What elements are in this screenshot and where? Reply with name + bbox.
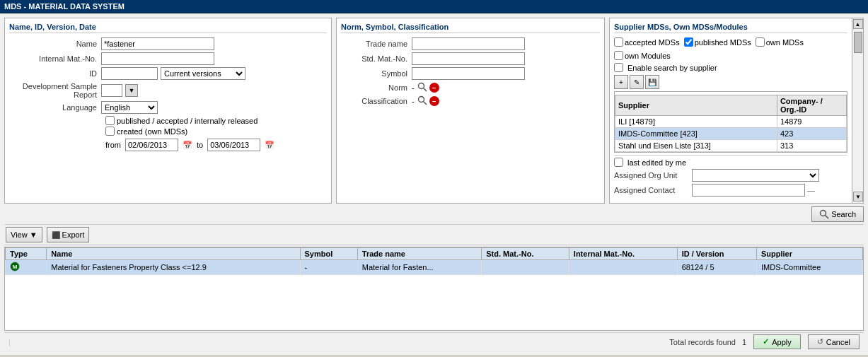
- norm-search-icon[interactable]: [417, 82, 427, 93]
- calendar-icon-from[interactable]: 📅: [183, 141, 192, 150]
- scroll-thumb[interactable]: [854, 32, 862, 53]
- assigned-org-row: Assigned Org Unit: [614, 169, 847, 182]
- supplier-checkboxes: accepted MDSs published MDSs own MDSs ow…: [614, 37, 847, 60]
- accepted-mds-checkbox[interactable]: [614, 37, 623, 47]
- company-id-col-header: Company- / Org.-ID: [777, 95, 846, 116]
- total-count: 1: [742, 338, 746, 346]
- cancel-icon: ↺: [817, 337, 823, 346]
- dev-sample-input[interactable]: [101, 84, 122, 97]
- id-input[interactable]: [101, 67, 158, 80]
- search-icon: [819, 209, 829, 219]
- language-row: Language English: [9, 101, 327, 114]
- trade-name-input[interactable]: [412, 37, 525, 50]
- title-text: MDS - MATERIAL DATA SYSTEM: [4, 2, 125, 11]
- edit-supplier-btn[interactable]: ✎: [630, 75, 644, 89]
- id-row: ID Current versions: [9, 67, 327, 80]
- panel-name-id: Name, ID, Version, Date Name Internal Ma…: [4, 18, 332, 204]
- row-name-cell: Material for Fasteners Property Class <=…: [47, 260, 300, 275]
- date-row: published / accepted / internally releas…: [9, 116, 327, 151]
- std-mat-label: Std. Mat.-No.: [341, 54, 412, 63]
- export-button[interactable]: ⬛ Export: [47, 227, 90, 242]
- assigned-org-select[interactable]: [692, 169, 819, 182]
- col-id-version: ID / Version: [677, 248, 756, 260]
- classification-value: -: [412, 97, 415, 105]
- symbol-input[interactable]: [412, 67, 525, 80]
- published-mds-label[interactable]: published MDSs: [684, 37, 751, 47]
- std-mat-input[interactable]: [412, 52, 525, 65]
- svg-line-3: [423, 102, 427, 105]
- supplier-row[interactable]: ILI [14879] 14879: [615, 116, 847, 128]
- language-select[interactable]: English: [101, 101, 158, 114]
- col-symbol: Symbol: [300, 248, 357, 260]
- internal-mat-input[interactable]: [101, 52, 214, 65]
- add-supplier-btn[interactable]: +: [614, 75, 628, 89]
- enable-search-label: Enable search by supplier: [627, 64, 717, 72]
- calendar-icon-to[interactable]: 📅: [265, 141, 274, 150]
- supplier-table-container: Supplier Company- / Org.-ID ILI [14879] …: [614, 91, 847, 153]
- save-supplier-btn[interactable]: 💾: [645, 75, 659, 89]
- accepted-mds-label[interactable]: accepted MDSs: [614, 37, 680, 47]
- svg-line-5: [826, 216, 829, 219]
- classification-search-icon[interactable]: [417, 95, 427, 107]
- to-date-input[interactable]: [207, 139, 260, 151]
- last-edited-checkbox[interactable]: [614, 158, 623, 167]
- table-row[interactable]: M Material for Fasteners Property Class …: [6, 260, 863, 275]
- published-checkbox[interactable]: [105, 116, 115, 125]
- search-button-row: Search: [4, 206, 864, 222]
- svg-text:M: M: [13, 264, 18, 270]
- col-name: Name: [47, 248, 300, 260]
- from-date-input[interactable]: [125, 139, 178, 151]
- own-mds-label[interactable]: own MDSs: [756, 37, 804, 47]
- supplier-id-cell: 423: [777, 128, 846, 140]
- col-internal-mat: Internal Mat.-No.: [569, 248, 677, 260]
- classification-remove-icon[interactable]: −: [429, 96, 439, 106]
- panel2-title: Norm, Symbol, Classification: [341, 23, 600, 33]
- name-input[interactable]: [101, 37, 214, 50]
- panel-norm: Norm, Symbol, Classification Trade name …: [336, 18, 605, 204]
- from-label: from: [105, 141, 121, 149]
- export-icon: ⬛: [52, 231, 60, 239]
- assigned-contact-input[interactable]: [692, 184, 805, 197]
- dev-sample-dropdown[interactable]: ▼: [125, 84, 138, 97]
- scroll-down-arrow[interactable]: ▼: [853, 192, 863, 201]
- own-mds-checkbox[interactable]: [756, 37, 765, 47]
- dev-sample-row: Development Sample Report ▼: [9, 82, 327, 99]
- apply-button[interactable]: ✓ Apply: [753, 334, 801, 349]
- own-modules-checkbox[interactable]: [614, 51, 623, 60]
- total-label: Total records found: [669, 338, 736, 346]
- type-icon: M: [10, 262, 20, 271]
- published-mds-checkbox[interactable]: [684, 37, 693, 47]
- classification-row: Classification - −: [341, 95, 600, 107]
- svg-point-4: [821, 211, 826, 216]
- row-trade-name-cell: Material for Fasten...: [357, 260, 481, 275]
- language-label: Language: [9, 103, 101, 112]
- own-modules-label[interactable]: own Modules: [614, 51, 671, 60]
- clear-contact-icon[interactable]: —: [807, 186, 815, 194]
- svg-line-1: [423, 88, 427, 92]
- view-button[interactable]: View ▼: [6, 227, 42, 242]
- last-edited-label: last edited by me: [627, 158, 686, 167]
- created-checkbox[interactable]: [105, 127, 115, 136]
- col-trade-name: Trade name: [357, 248, 481, 260]
- supplier-row[interactable]: IMDS-Committee [423] 423: [615, 128, 847, 140]
- published-label: published / accepted / internally releas…: [117, 117, 257, 125]
- panel3-title: Supplier MDSs, Own MDSs/Modules: [614, 23, 847, 33]
- search-button[interactable]: Search: [811, 206, 864, 222]
- svg-point-2: [418, 97, 424, 103]
- cancel-button[interactable]: ↺ Cancel: [808, 334, 860, 349]
- supplier-id-cell: 14879: [777, 116, 846, 128]
- supplier-name-cell: Stahl und Eisen Liste [313]: [615, 140, 777, 152]
- scroll-up-arrow[interactable]: ▲: [853, 19, 863, 29]
- name-label: Name: [9, 40, 101, 48]
- supplier-row[interactable]: Stahl und Eisen Liste [313] 313: [615, 140, 847, 152]
- norm-remove-icon[interactable]: −: [429, 83, 439, 93]
- version-select[interactable]: Current versions: [161, 67, 245, 80]
- enable-search-checkbox[interactable]: [614, 63, 623, 72]
- row-type-cell: M: [6, 260, 47, 275]
- search-button-label: Search: [831, 210, 856, 218]
- panel-scrollbar[interactable]: ▲ ▼: [852, 18, 863, 203]
- status-bar: | Total records found 1 ✓ Apply ↺ Cancel: [4, 332, 864, 351]
- trade-name-row: Trade name: [341, 37, 600, 50]
- apply-label: Apply: [772, 338, 792, 346]
- results-table-container: Type Name Symbol Trade name Std. Mat.-No…: [4, 247, 864, 331]
